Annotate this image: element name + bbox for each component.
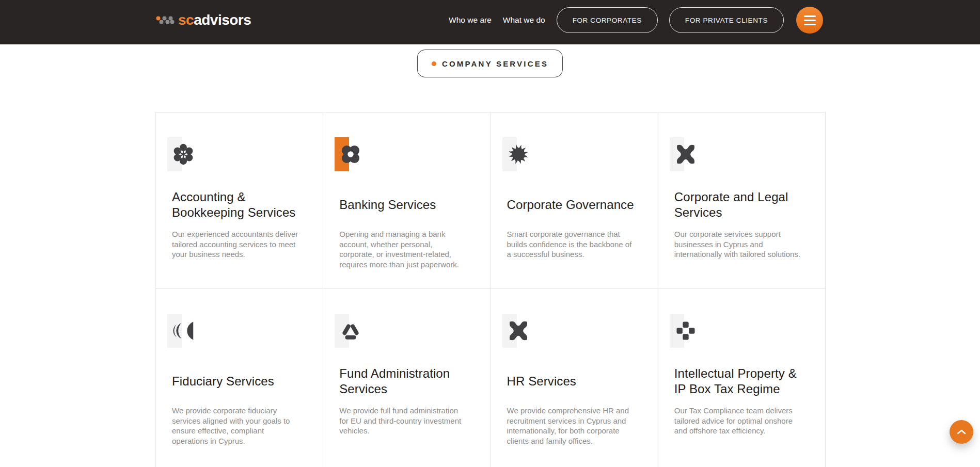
service-description: Our experienced accountants deliver tail… xyxy=(172,229,310,260)
service-description: Smart corporate governance that builds c… xyxy=(507,229,645,260)
service-description: We provide corporate fiduciary services … xyxy=(172,406,310,446)
nav-link-what-we-do[interactable]: What we do xyxy=(503,15,545,25)
service-card[interactable]: HR Services We provide comprehensive HR … xyxy=(491,289,658,467)
hamburger-icon xyxy=(804,15,816,17)
header-nav: Who we are What we do FOR CORPORATES FOR… xyxy=(449,7,823,34)
quatrefoil-icon xyxy=(340,143,361,165)
crescents-icon xyxy=(172,320,194,342)
services-grid: Accounting & Bookkeeping Services Our ex… xyxy=(155,112,826,467)
dots-wave-logo-icon xyxy=(156,15,175,25)
brand-logo[interactable]: scadvisors xyxy=(156,13,251,27)
for-private-clients-button[interactable]: FOR PRIVATE CLIENTS xyxy=(669,7,784,33)
service-title: Accounting & Bookkeeping Services xyxy=(172,188,310,221)
pinwheel-icon xyxy=(508,143,529,165)
dots-flower-icon xyxy=(172,143,194,165)
service-description: Opening and managing a bank account, whe… xyxy=(339,229,478,269)
service-icon xyxy=(502,137,530,171)
bullet-dot-icon xyxy=(432,61,436,66)
hamburger-menu-button[interactable] xyxy=(796,7,823,34)
service-card[interactable]: Fiduciary Services We provide corporate … xyxy=(156,289,323,467)
top-navigation-bar: scadvisors Who we are What we do FOR COR… xyxy=(0,0,980,44)
service-title: HR Services xyxy=(507,365,645,398)
service-title: Corporate Governance xyxy=(507,188,645,221)
for-corporates-button[interactable]: FOR CORPORATES xyxy=(557,7,658,33)
x-shape-icon xyxy=(675,143,697,165)
service-description: Our corporate services support businesse… xyxy=(674,229,813,260)
nav-link-who-we-are[interactable]: Who we are xyxy=(449,15,492,25)
service-card[interactable]: Corporate Governance Smart corporate gov… xyxy=(491,112,658,289)
service-icon xyxy=(670,137,698,171)
service-icon xyxy=(670,314,698,348)
service-card[interactable]: Corporate and Legal Services Our corpora… xyxy=(658,112,826,289)
service-description: Our Tax Compliance team delivers tailore… xyxy=(674,406,813,436)
service-title: Intellectual Property & IP Box Tax Regim… xyxy=(674,365,813,398)
service-icon xyxy=(167,314,195,348)
service-icon xyxy=(335,314,362,348)
service-description: We provide comprehensive HR and recruitm… xyxy=(507,406,645,446)
rounded-triangle-icon xyxy=(340,320,361,342)
service-icon xyxy=(502,314,530,348)
service-card[interactable]: Intellectual Property & IP Box Tax Regim… xyxy=(658,289,826,467)
scroll-to-top-button[interactable] xyxy=(950,420,973,444)
service-description: We provide full fund administration for … xyxy=(339,406,478,436)
x-shape-icon xyxy=(508,320,529,342)
service-card[interactable]: Fund Administration Services We provide … xyxy=(323,289,491,467)
service-title: Fiduciary Services xyxy=(172,365,310,398)
brand-name: scadvisors xyxy=(178,13,251,27)
service-icon xyxy=(335,137,362,171)
service-title: Corporate and Legal Services xyxy=(674,188,813,221)
chevron-up-icon xyxy=(957,429,966,435)
service-card[interactable]: Accounting & Bookkeeping Services Our ex… xyxy=(156,112,323,289)
section-badge-label: COMPANY SERVICES xyxy=(442,59,548,68)
service-title: Banking Services xyxy=(339,188,478,221)
service-icon xyxy=(167,137,195,171)
company-services-badge: COMPANY SERVICES xyxy=(417,50,563,77)
service-title: Fund Administration Services xyxy=(339,365,478,398)
service-card[interactable]: Banking Services Opening and managing a … xyxy=(323,112,491,289)
plus-squares-icon xyxy=(675,320,697,342)
